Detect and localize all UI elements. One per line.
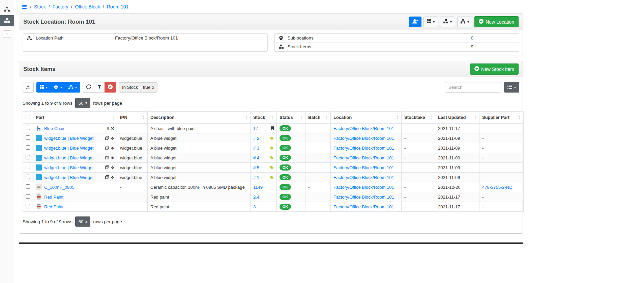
location-link[interactable]: Factory/Office Block/Room 101: [333, 146, 394, 151]
status-badge: OK: [280, 204, 291, 210]
admin-user-button[interactable]: [409, 17, 421, 27]
stock-link[interactable]: # 4: [253, 155, 259, 160]
download-button[interactable]: [23, 82, 34, 93]
part-thumbnail: [36, 184, 42, 190]
column-header-location[interactable]: Location▲▼: [331, 112, 402, 124]
tag-icon: [270, 136, 274, 140]
part-thumbnail: [36, 194, 42, 200]
stock-link[interactable]: 3: [253, 204, 256, 209]
barcode-actions-button[interactable]: ▾: [423, 17, 438, 27]
breadcrumb-item[interactable]: Room 101: [107, 4, 129, 9]
filter-chip-remove[interactable]: x: [152, 85, 154, 90]
part-link[interactable]: widget.blue | Blue Widget: [44, 155, 93, 160]
column-header-ipn[interactable]: IPN▲▼: [117, 112, 148, 124]
location-link[interactable]: Factory/Office Block/Room 101: [333, 204, 394, 209]
boxes-icon: [443, 19, 448, 25]
select-all-header[interactable]: [23, 112, 33, 124]
page-size-dropdown[interactable]: 50 ▴: [75, 216, 91, 227]
ipn-cell: -: [117, 182, 148, 192]
location-link[interactable]: Factory/Office Block/Room 101: [333, 175, 394, 180]
clone-icon: [105, 165, 109, 170]
last-updated-cell: 2021-11-09: [435, 163, 479, 173]
page-size-dropdown[interactable]: 50 ▾: [75, 98, 91, 108]
row-checkbox[interactable]: [26, 135, 30, 140]
sidebar-expand-button[interactable]: ›: [3, 30, 11, 38]
stocktake-cell: -: [402, 173, 435, 182]
sort-icons: ▲▼: [112, 115, 114, 119]
funnel-icon: [97, 85, 101, 90]
location-link[interactable]: Factory/Office Block/Room 101: [333, 195, 394, 200]
filter-chip[interactable]: In Stock = true x: [119, 82, 157, 93]
part-link[interactable]: widget.blue | Blue Widget: [44, 136, 93, 141]
part-attribute-icons: ❖: [105, 165, 114, 170]
column-header-description[interactable]: Description▲▼: [148, 112, 251, 124]
row-checkbox[interactable]: [26, 175, 30, 179]
sidebar-item-stock[interactable]: [0, 15, 14, 26]
column-header-batch[interactable]: Batch▲▼: [305, 112, 331, 124]
stock-link[interactable]: # 2: [253, 136, 259, 141]
part-link[interactable]: C_100nF_0805: [44, 185, 75, 190]
column-header-supplier-part[interactable]: Supplier Part▲▼: [479, 112, 524, 124]
search-input[interactable]: [445, 82, 501, 93]
part-link[interactable]: widget.blue | Blue Widget: [44, 165, 93, 170]
menu-icon[interactable]: [22, 5, 27, 9]
sort-icons: ▲▼: [143, 115, 145, 119]
breadcrumb-item[interactable]: Stock: [34, 4, 46, 9]
supplier-part-cell: -: [479, 202, 524, 212]
stock-link[interactable]: 1149: [253, 185, 263, 190]
print-actions-button[interactable]: ▾: [51, 82, 65, 93]
breadcrumb-item[interactable]: Factory: [53, 4, 68, 9]
part-link[interactable]: widget.blue | Blue Widget: [44, 175, 93, 180]
location-link[interactable]: Factory/Office Block/Room 101: [333, 126, 394, 131]
part-link[interactable]: widget.blue | Blue Widget: [44, 146, 93, 151]
breadcrumb: /Stock/Factory/Office Block/Room 101: [22, 4, 523, 9]
stock-options-button[interactable]: ▾: [65, 82, 80, 93]
stock-link[interactable]: 17: [253, 126, 258, 131]
select-all-checkbox[interactable]: [26, 115, 30, 119]
toolbar-right: ▾: [445, 82, 519, 93]
column-header-part[interactable]: Part▲▼: [33, 112, 117, 124]
row-checkbox[interactable]: [26, 184, 30, 189]
new-stock-item-button[interactable]: New Stock Item: [470, 63, 519, 75]
location-actions-button[interactable]: ▾: [457, 17, 472, 27]
stock-link[interactable]: # 5: [253, 165, 259, 170]
column-header-stock[interactable]: Stock▲▼: [251, 112, 277, 124]
supplier-part-text: -: [482, 204, 484, 209]
part-link[interactable]: Red Paint: [44, 195, 63, 200]
last-updated-cell: 2021-11-09: [435, 153, 479, 163]
view-toggle-button[interactable]: ▾: [504, 82, 519, 93]
column-header-status[interactable]: Status▲▼: [277, 112, 305, 124]
supplier-part-link[interactable]: 478-3755-2-ND: [482, 185, 513, 190]
supplier-part-cell: -: [479, 153, 524, 163]
row-checkbox[interactable]: [26, 204, 30, 208]
stock-link[interactable]: # 3: [253, 146, 259, 151]
stock-actions-button[interactable]: ▾: [440, 17, 455, 27]
filter-button[interactable]: [94, 82, 105, 93]
ipn-cell: widget.blue: [117, 153, 148, 163]
sidebar-item-location-tree[interactable]: [0, 4, 14, 15]
part-link[interactable]: Red Paint: [44, 204, 63, 209]
column-header-last-updated[interactable]: Last Updated▲▼: [435, 112, 479, 124]
column-header-stocktake[interactable]: Stocktake▲▼: [402, 112, 435, 124]
row-checkbox[interactable]: [26, 145, 30, 150]
location-link[interactable]: Factory/Office Block/Room 101: [333, 155, 394, 160]
stock-link[interactable]: # 1: [253, 175, 259, 180]
barcode-actions-button[interactable]: ▾: [36, 82, 51, 93]
location-link[interactable]: Factory/Office Block/Room 101: [333, 136, 394, 141]
row-checkbox[interactable]: [26, 155, 30, 159]
location-link[interactable]: Factory/Office Block/Room 101: [333, 165, 394, 170]
ipn-cell: widget.blue: [117, 143, 148, 153]
stock-link[interactable]: 2.4: [253, 195, 259, 200]
location-link[interactable]: Factory/Office Block/Room 101: [333, 185, 394, 190]
rows-per-page-text: rows per page: [93, 101, 122, 106]
shapes-icon: ❖: [111, 165, 114, 170]
row-checkbox[interactable]: [26, 165, 30, 169]
row-checkbox[interactable]: [26, 194, 30, 199]
breadcrumb-item[interactable]: Office Block: [75, 4, 100, 9]
new-location-button[interactable]: New Location: [474, 16, 519, 27]
refresh-button[interactable]: [83, 82, 94, 93]
part-link[interactable]: Blue Chair: [44, 126, 65, 131]
clear-filters-button[interactable]: [105, 82, 116, 93]
row-checkbox[interactable]: [26, 126, 30, 130]
part-thumbnail: [36, 174, 42, 180]
